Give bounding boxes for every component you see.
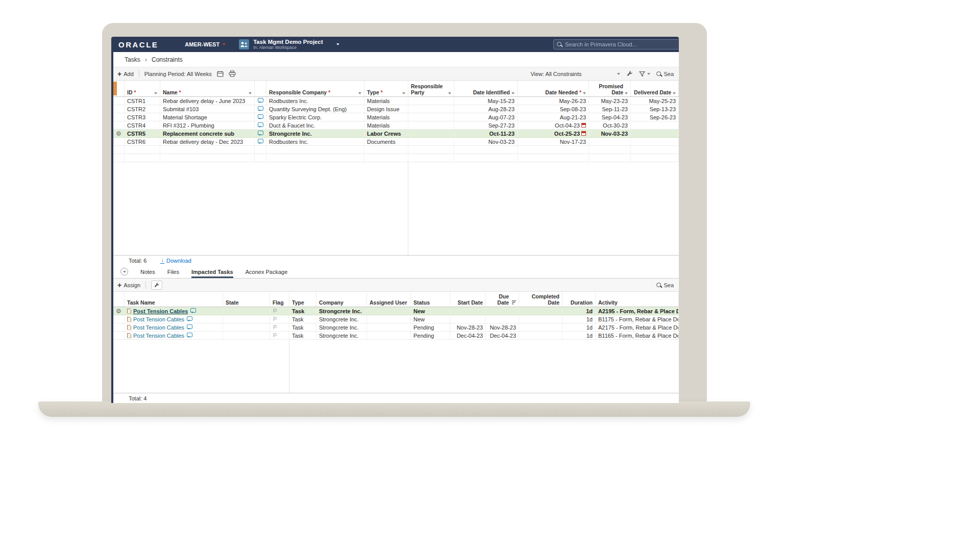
sort-caret-icon[interactable] bbox=[402, 92, 405, 94]
col-id[interactable]: ID* bbox=[125, 81, 160, 96]
impacted-task-row[interactable]: ⚙Post Tension Cables⚐TaskStrongcrete Inc… bbox=[113, 307, 679, 315]
col-date-identified[interactable]: Date Identified bbox=[454, 81, 518, 96]
sort-caret-icon[interactable] bbox=[448, 92, 451, 94]
detail-settings-button[interactable] bbox=[151, 281, 162, 290]
constraint-row[interactable]: CSTR3Material ShortageSparky Electric Co… bbox=[113, 113, 679, 121]
constraints-table-body: CSTR1Rebar delivery delay - June 2023Rod… bbox=[113, 97, 679, 162]
col-responsible-party[interactable]: Responsible Party bbox=[408, 81, 454, 96]
column-label: Type bbox=[367, 89, 379, 95]
cell-assigned-user bbox=[367, 307, 411, 315]
discussion-icon[interactable] bbox=[187, 324, 192, 329]
tab-aconex-package[interactable]: Aconex Package bbox=[246, 265, 288, 278]
col-promised-date[interactable]: Promised Date bbox=[589, 81, 631, 96]
flag-icon[interactable]: ⚐ bbox=[273, 333, 278, 338]
discussion-icon[interactable] bbox=[258, 131, 263, 135]
grid-search-button[interactable]: Sea bbox=[656, 71, 674, 77]
sort-caret-icon[interactable] bbox=[249, 92, 252, 94]
constraints-toolbar: + Add Planning Period: All Weeks bbox=[113, 67, 679, 81]
sort-caret-icon[interactable] bbox=[154, 92, 157, 94]
gear-icon[interactable]: ⚙ bbox=[116, 131, 121, 137]
sort-caret-icon[interactable] bbox=[583, 92, 586, 94]
col-name[interactable]: Name* bbox=[160, 81, 255, 96]
global-search-input[interactable] bbox=[553, 39, 679, 49]
sort-caret-icon[interactable] bbox=[358, 92, 361, 94]
discussion-icon[interactable] bbox=[190, 308, 196, 313]
sort-caret-icon[interactable] bbox=[673, 92, 676, 94]
detail-search-button[interactable]: Sea bbox=[656, 282, 675, 288]
discussion-icon[interactable] bbox=[258, 98, 263, 103]
constraint-row[interactable]: CSTR4RFI #312 - PlumbingDuct & Faucet In… bbox=[113, 121, 679, 130]
print-button[interactable] bbox=[229, 70, 236, 77]
col-delivered-date[interactable]: Delivered Date bbox=[631, 81, 679, 96]
col-assigned-user[interactable]: Assigned User bbox=[367, 292, 411, 307]
col-type[interactable]: Type* bbox=[364, 81, 408, 96]
col-date-needed[interactable]: Date Needed* bbox=[518, 81, 589, 96]
cell-discussion bbox=[255, 97, 266, 105]
flag-icon[interactable]: ⚐ bbox=[273, 324, 278, 330]
discussion-icon[interactable] bbox=[258, 139, 263, 143]
sort-caret-icon[interactable] bbox=[511, 92, 514, 94]
project-selector[interactable]: Task Mgmt Demo Project In: Aleman Worksp… bbox=[239, 39, 339, 51]
column-label: Status bbox=[413, 299, 430, 306]
download-label: Download bbox=[166, 258, 191, 264]
col-start-date[interactable]: Start Date bbox=[450, 292, 486, 307]
cell-id: CSTR3 bbox=[125, 113, 160, 121]
workspace-selector[interactable]: AMER-WEST bbox=[185, 41, 226, 47]
constraint-row[interactable]: CSTR2Submital #103Quantity Surveying Dep… bbox=[113, 105, 679, 113]
add-button[interactable]: + Add bbox=[117, 70, 134, 78]
sort-ascending-icon[interactable] bbox=[512, 300, 516, 305]
flag-icon[interactable]: ⚐ bbox=[273, 308, 278, 314]
col-status[interactable]: Status bbox=[411, 292, 450, 307]
col-completed-date[interactable]: Completed Date bbox=[519, 292, 562, 307]
discussion-icon[interactable] bbox=[258, 106, 263, 111]
tab-impacted-tasks[interactable]: Impacted Tasks bbox=[191, 265, 233, 278]
breadcrumb-constraints[interactable]: Constraints bbox=[152, 56, 183, 63]
flag-icon[interactable]: ⚐ bbox=[273, 316, 278, 322]
tab-notes[interactable]: Notes bbox=[140, 265, 155, 278]
task-name-link[interactable]: Post Tension Cables bbox=[133, 308, 188, 314]
project-subtitle: In: Aleman Workspace bbox=[253, 45, 323, 51]
col-task-name[interactable]: Task Name bbox=[125, 292, 223, 307]
tab-files[interactable]: Files bbox=[167, 265, 179, 278]
col-company[interactable]: Company bbox=[316, 292, 367, 307]
discussion-icon[interactable] bbox=[258, 114, 263, 119]
col-activity[interactable]: Activity bbox=[596, 292, 679, 307]
cell-responsible-party bbox=[408, 113, 454, 121]
constraint-row[interactable]: CSTR1Rebar delivery delay - June 2023Rod… bbox=[113, 97, 679, 105]
discussion-icon[interactable] bbox=[187, 333, 192, 337]
column-label: Promised Date bbox=[592, 83, 623, 95]
col-type[interactable]: Type bbox=[289, 292, 316, 307]
settings-button[interactable] bbox=[626, 70, 633, 77]
discussion-icon[interactable] bbox=[187, 316, 192, 321]
col-duration[interactable]: Duration bbox=[562, 292, 596, 307]
gear-icon[interactable]: ⚙ bbox=[116, 308, 121, 314]
calendar-button[interactable] bbox=[217, 70, 224, 77]
col-flag[interactable]: Flag bbox=[270, 292, 289, 307]
constraint-row[interactable]: ⚙CSTR5Replacement concrete subStrongcret… bbox=[113, 130, 679, 138]
select-column-header bbox=[113, 81, 125, 96]
assign-button[interactable]: + Assign bbox=[117, 282, 140, 289]
download-link[interactable]: ↓ Download bbox=[161, 257, 191, 264]
col-responsible-company[interactable]: Responsible Company* bbox=[266, 81, 364, 96]
task-name-link[interactable]: Post Tension Cables bbox=[133, 316, 184, 322]
row-gutter bbox=[113, 105, 125, 113]
wrench-icon bbox=[154, 282, 160, 288]
filter-button[interactable] bbox=[639, 71, 650, 77]
planning-period-selector[interactable]: Planning Period: All Weeks bbox=[144, 71, 212, 77]
task-name-link[interactable]: Post Tension Cables bbox=[133, 324, 184, 331]
constraint-row[interactable]: CSTR6Rebar delivery delay - Dec 2023Rodb… bbox=[113, 138, 679, 146]
task-name-link[interactable]: Post Tension Cables bbox=[133, 333, 184, 339]
col-state[interactable]: State bbox=[223, 292, 270, 307]
impacted-task-row[interactable]: Post Tension Cables⚐TaskStrongcrete Inc.… bbox=[113, 323, 679, 332]
impacted-task-row[interactable]: Post Tension Cables⚐TaskStrongcrete Inc.… bbox=[113, 315, 679, 323]
impacted-task-row[interactable]: Post Tension Cables⚐TaskStrongcrete Inc.… bbox=[113, 332, 679, 340]
discussion-icon[interactable] bbox=[258, 122, 263, 127]
sort-caret-icon[interactable] bbox=[625, 92, 628, 94]
row-gutter bbox=[113, 121, 125, 129]
breadcrumb-tasks[interactable]: Tasks bbox=[125, 56, 140, 63]
cell-responsible-company: Duct & Faucet Inc. bbox=[266, 121, 364, 129]
cell-type: Materials bbox=[364, 97, 408, 105]
col-due-date[interactable]: Due Date bbox=[486, 292, 519, 307]
collapse-panel-button[interactable] bbox=[120, 268, 128, 275]
view-selector[interactable]: View: All Constraints bbox=[530, 71, 620, 77]
